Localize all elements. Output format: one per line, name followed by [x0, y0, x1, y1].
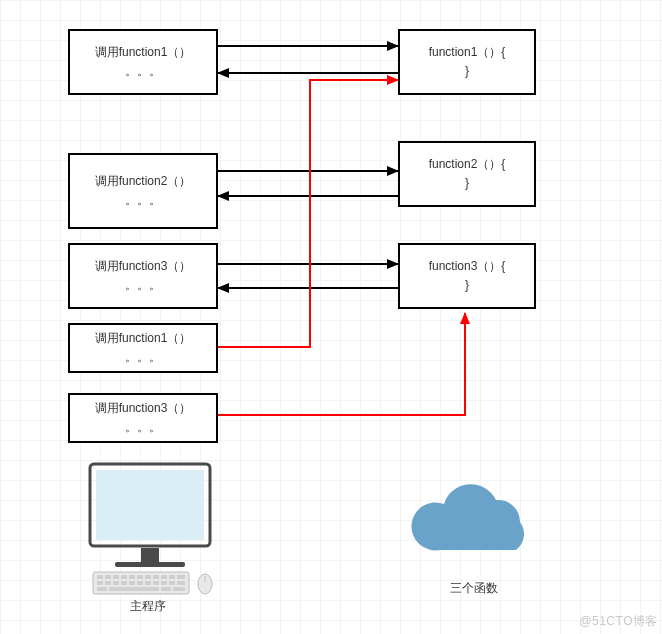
- call-func1-box-2: 调用function1（） 。。。: [68, 323, 218, 373]
- call-func3-box-1-dots: 。。。: [125, 276, 161, 295]
- func3-def-box: function3（）{ }: [398, 243, 536, 309]
- func2-def-line1: function2（）{: [429, 155, 506, 174]
- call-func1-box-1-text: 调用function1（）: [95, 43, 192, 62]
- svg-rect-17: [145, 575, 151, 579]
- func1-def-line2: }: [465, 62, 469, 81]
- computer-icon: [75, 460, 225, 600]
- svg-rect-19: [161, 575, 167, 579]
- svg-rect-25: [121, 581, 127, 585]
- svg-rect-12: [105, 575, 111, 579]
- call-func2-box-dots: 。。。: [125, 191, 161, 210]
- svg-rect-11: [97, 575, 103, 579]
- svg-rect-14: [121, 575, 127, 579]
- svg-rect-13: [113, 575, 119, 579]
- svg-rect-8: [141, 548, 159, 562]
- svg-rect-34: [109, 587, 159, 591]
- main-program-label: 主程序: [88, 598, 208, 615]
- svg-rect-30: [161, 581, 167, 585]
- call-func1-box-1-dots: 。。。: [125, 62, 161, 81]
- call-func1-box-2-dots: 。。。: [125, 348, 161, 367]
- svg-rect-32: [177, 581, 185, 585]
- svg-rect-16: [137, 575, 143, 579]
- func2-def-line2: }: [465, 174, 469, 193]
- svg-rect-27: [137, 581, 143, 585]
- svg-rect-23: [105, 581, 111, 585]
- svg-rect-31: [169, 581, 175, 585]
- svg-rect-29: [153, 581, 159, 585]
- call-func3-box-1: 调用function3（） 。。。: [68, 243, 218, 309]
- three-functions-label: 三个函数: [414, 580, 534, 597]
- svg-rect-28: [145, 581, 151, 585]
- call-func1-box-1: 调用function1（） 。。。: [68, 29, 218, 95]
- svg-rect-9: [115, 562, 185, 567]
- svg-rect-24: [113, 581, 119, 585]
- call-func3-box-2-dots: 。。。: [125, 418, 161, 437]
- cloud-icon: [400, 480, 550, 570]
- svg-rect-22: [97, 581, 103, 585]
- func1-def-box: function1（）{ }: [398, 29, 536, 95]
- call-func3-box-2: 调用function3（） 。。。: [68, 393, 218, 443]
- func1-def-line1: function1（）{: [429, 43, 506, 62]
- svg-rect-18: [153, 575, 159, 579]
- func3-def-line2: }: [465, 276, 469, 295]
- func3-def-line1: function3（）{: [429, 257, 506, 276]
- svg-rect-33: [97, 587, 107, 591]
- svg-rect-21: [177, 575, 185, 579]
- call-func1-box-2-text: 调用function1（）: [95, 329, 192, 348]
- svg-rect-20: [169, 575, 175, 579]
- svg-rect-36: [173, 587, 185, 591]
- call-func3-box-1-text: 调用function3（）: [95, 257, 192, 276]
- watermark-text: @51CTO博客: [579, 613, 658, 630]
- call-func2-box: 调用function2（） 。。。: [68, 153, 218, 229]
- func2-def-box: function2（）{ }: [398, 141, 536, 207]
- svg-rect-26: [129, 581, 135, 585]
- call-func2-box-text: 调用function2（）: [95, 172, 192, 191]
- svg-rect-15: [129, 575, 135, 579]
- svg-rect-7: [96, 470, 204, 540]
- svg-rect-35: [161, 587, 171, 591]
- call-func3-box-2-text: 调用function3（）: [95, 399, 192, 418]
